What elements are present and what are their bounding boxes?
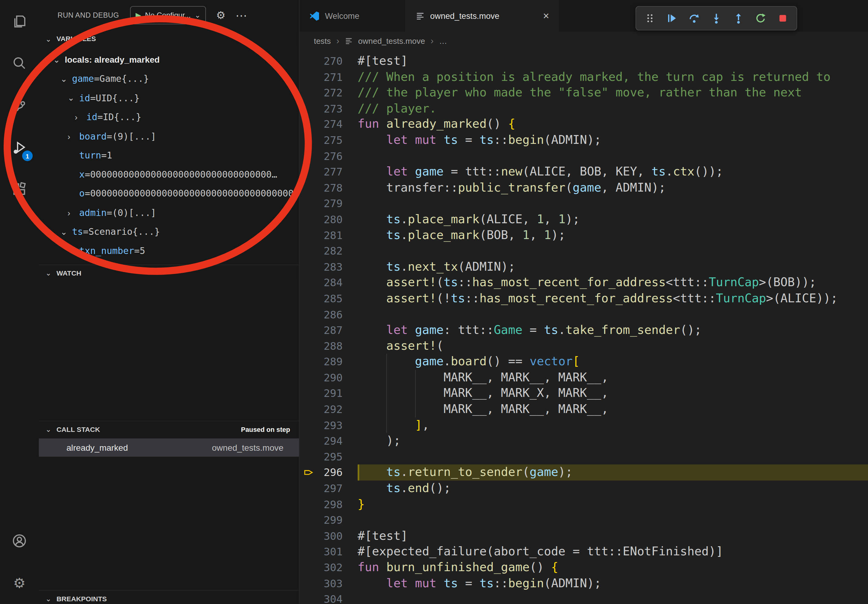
code-text[interactable]: assert!(!ts::has_most_recent_for_address… [358,290,868,306]
code-line-283[interactable]: 283 ts.next_tx(ADMIN); [299,259,868,275]
chevron-right-icon[interactable]: › [68,132,79,141]
variable-row[interactable]: ⌄game = Game{...} [39,69,299,88]
breadcrumb-item-symbol[interactable]: … [439,36,447,45]
line-number-295[interactable]: 295 [299,449,358,465]
code-line-304[interactable]: 304 [299,591,868,604]
code-line-295[interactable]: 295 [299,449,868,465]
code-text[interactable]: /// the player who made the "false" move… [358,85,868,101]
code-line-288[interactable]: 288 assert!( [299,338,868,354]
line-number-299[interactable]: 299 [299,512,358,528]
code-text[interactable]: /// When a position is already marked, t… [358,69,868,85]
code-text[interactable]: ], [358,417,868,433]
code-line-303[interactable]: 303 let mut ts = ts::begin(ADMIN); [299,575,868,591]
close-tab-icon[interactable]: × [543,11,549,21]
code-text[interactable]: /// player. [358,101,868,116]
code-line-296[interactable]: 296 ts.return_to_sender(game); [299,465,868,480]
code-text[interactable] [358,148,868,164]
variable-row[interactable]: turn = 1 [39,146,299,165]
code-line-280[interactable]: 280 ts.place_mark(ALICE, 1, 1); [299,211,868,227]
code-text[interactable]: transfer::public_transfer(game, ADMIN); [358,180,868,195]
search-icon[interactable] [0,42,39,84]
breakpoints-section-header[interactable]: ⌄ BREAKPOINTS [39,590,299,604]
code-text[interactable]: ); [358,433,868,449]
variable-row[interactable]: ›board = (9)[...] [39,127,299,146]
line-number-276[interactable]: 276 [299,148,358,164]
line-number-297[interactable]: 297 [299,480,358,496]
step-out-icon[interactable] [729,9,748,28]
code-line-291[interactable]: 291 MARK__, MARK_X, MARK__, [299,386,868,401]
chevron-down-icon[interactable]: ⌄ [60,74,72,84]
variable-row[interactable]: txn_number = 5 [39,242,299,261]
code-line-286[interactable]: 286 [299,306,868,322]
settings-gear-icon[interactable]: ⚙ [0,562,39,604]
code-line-297[interactable]: 297 ts.end(); [299,480,868,496]
line-number-273[interactable]: 273 [299,101,358,116]
code-text[interactable]: MARK__, MARK_X, MARK__, [358,386,868,401]
line-number-288[interactable]: 288 [299,338,358,354]
code-line-270[interactable]: 270#[test] [299,53,868,69]
line-number-270[interactable]: 270 [299,53,358,69]
chevron-right-icon[interactable]: › [75,113,86,122]
line-number-294[interactable]: 294 [299,433,358,449]
chevron-right-icon[interactable]: › [68,208,79,217]
code-text[interactable] [358,306,868,322]
toolbar-gripper-icon[interactable] [640,9,659,28]
code-text[interactable]: let game = ttt::new(ALICE, BOB, KEY, ts.… [358,164,868,180]
line-number-302[interactable]: 302 [299,560,358,575]
line-number-293[interactable]: 293 [299,417,358,433]
code-line-299[interactable]: 299 [299,512,868,528]
stack-frame-row[interactable]: already_marked owned_tests.move [39,438,299,457]
breadcrumb-item-file[interactable]: owned_tests.move [358,36,425,45]
line-number-272[interactable]: 272 [299,85,358,101]
line-number-282[interactable]: 282 [299,243,358,259]
variable-row[interactable]: x = 000000000000000000000000000000000… [39,165,299,184]
code-line-302[interactable]: 302fun burn_unfinished_game() { [299,560,868,575]
continue-icon[interactable] [663,9,682,28]
code-text[interactable]: assert!(ts::has_most_recent_for_address<… [358,275,868,290]
line-number-271[interactable]: 271 [299,69,358,85]
code-text[interactable]: ts.next_tx(ADMIN); [358,259,868,275]
restart-icon[interactable] [751,9,770,28]
variable-row[interactable]: ⌄ts = Scenario{...} [39,222,299,242]
code-text[interactable]: fun already_marked() { [358,116,868,132]
code-line-282[interactable]: 282 [299,243,868,259]
code-text[interactable] [358,449,868,465]
code-text[interactable]: ts.place_mark(ALICE, 1, 1); [358,211,868,227]
code-line-272[interactable]: 272/// the player who made the "false" m… [299,85,868,101]
line-number-301[interactable]: 301 [299,544,358,560]
code-text[interactable]: MARK__, MARK__, MARK__, [358,370,868,386]
code-text[interactable]: let game: ttt::Game = ts.take_from_sende… [358,322,868,338]
code-text[interactable]: let mut ts = ts::begin(ADMIN); [358,132,868,148]
run-and-debug-icon[interactable]: 1 [0,126,39,168]
step-into-icon[interactable] [707,9,726,28]
variable-scope-row[interactable]: ⌄locals: already_marked [39,51,299,70]
line-number-292[interactable]: 292 [299,401,358,417]
code-line-294[interactable]: 294 ); [299,433,868,449]
line-number-281[interactable]: 281 [299,227,358,243]
line-number-304[interactable]: 304 [299,591,358,604]
watch-section-header[interactable]: ⌄ WATCH [39,265,299,281]
code-line-273[interactable]: 273/// player. [299,101,868,116]
code-line-284[interactable]: 284 assert!(ts::has_most_recent_for_addr… [299,275,868,290]
chevron-down-icon[interactable]: ⌄ [53,55,65,65]
line-number-274[interactable]: 274 [299,116,358,132]
line-number-298[interactable]: 298 [299,496,358,512]
code-line-287[interactable]: 287 let game: ttt::Game = ts.take_from_s… [299,322,868,338]
variable-row[interactable]: ›admin = (0)[...] [39,203,299,222]
code-text[interactable]: ts.end(); [358,480,868,496]
call-stack-section-header[interactable]: ⌄ CALL STACK Paused on step [39,421,299,437]
stop-icon[interactable] [773,9,792,28]
tab-owned-tests-move[interactable]: owned_tests.move × [406,0,559,32]
code-text[interactable]: fun burn_unfinished_game() { [358,560,868,575]
line-number-286[interactable]: 286 [299,306,358,322]
line-number-303[interactable]: 303 [299,575,358,591]
code-line-301[interactable]: 301#[expected_failure(abort_code = ttt::… [299,544,868,560]
account-icon[interactable] [0,520,39,562]
chevron-down-icon[interactable]: ⌄ [68,93,79,103]
source-control-icon[interactable] [0,84,39,126]
line-number-290[interactable]: 290 [299,370,358,386]
extensions-icon[interactable] [0,168,39,210]
variable-row[interactable]: ›id = ID{...} [39,108,299,127]
start-debugging-icon[interactable]: ▶ [136,11,141,19]
code-text[interactable] [358,243,868,259]
